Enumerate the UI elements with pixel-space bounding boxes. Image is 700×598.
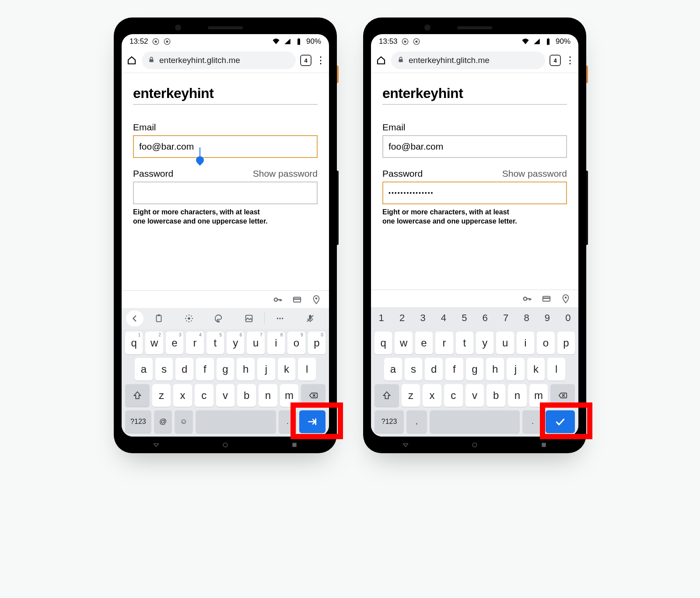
key-m[interactable]: m — [529, 384, 548, 407]
key-w[interactable]: w2 — [145, 332, 163, 354]
key-h[interactable]: h — [237, 358, 255, 381]
tab-count[interactable]: 4 — [300, 55, 312, 66]
key-icon[interactable] — [273, 295, 283, 304]
email-field[interactable] — [133, 135, 318, 158]
email-field[interactable] — [382, 135, 567, 158]
num-6[interactable]: 6 — [475, 307, 495, 329]
key-r[interactable]: r4 — [186, 332, 203, 354]
location-icon[interactable] — [312, 295, 321, 304]
key-x[interactable]: x — [423, 384, 441, 407]
backspace-key[interactable] — [301, 384, 326, 407]
symbols-key[interactable]: ?123 — [125, 410, 151, 433]
key-n[interactable]: n — [259, 384, 277, 407]
mic-icon[interactable] — [296, 314, 325, 323]
key-g[interactable]: g — [466, 358, 484, 381]
key-a[interactable]: a — [384, 358, 402, 381]
url-bar[interactable]: enterkeyhint.glitch.me — [142, 52, 296, 69]
comma-key[interactable]: , — [406, 410, 427, 433]
key-icon[interactable] — [522, 294, 532, 304]
key-i[interactable]: i — [517, 332, 534, 354]
key-i[interactable]: i8 — [267, 332, 285, 354]
key-f[interactable]: f — [196, 358, 214, 381]
key-r[interactable]: r — [435, 332, 453, 354]
num-9[interactable]: 9 — [537, 307, 557, 329]
key-q[interactable]: q — [374, 332, 392, 354]
key-q[interactable]: q1 — [125, 332, 143, 354]
backspace-key[interactable] — [550, 384, 575, 407]
key-e[interactable]: e — [415, 332, 433, 354]
num-0[interactable]: 0 — [558, 307, 578, 329]
key-c[interactable]: c — [195, 384, 214, 407]
key-a[interactable]: a — [135, 358, 153, 381]
key-h[interactable]: h — [486, 358, 504, 381]
url-bar[interactable]: enterkeyhint.glitch.me — [391, 52, 545, 69]
nav-recent-icon[interactable] — [540, 441, 547, 448]
key-o[interactable]: o — [537, 332, 554, 354]
key-m[interactable]: m — [280, 384, 299, 407]
dot-key[interactable]: . — [522, 410, 543, 433]
image-icon[interactable] — [234, 314, 264, 323]
key-p[interactable]: p — [557, 332, 575, 354]
show-password-toggle[interactable]: Show password — [502, 168, 567, 179]
location-icon[interactable] — [561, 294, 570, 304]
toolbar-back-icon[interactable] — [126, 311, 144, 326]
password-field[interactable] — [382, 182, 567, 204]
nav-home-icon[interactable] — [471, 441, 478, 448]
num-8[interactable]: 8 — [516, 307, 537, 329]
key-z[interactable]: z — [402, 384, 420, 407]
space-key[interactable] — [196, 410, 276, 433]
tab-count[interactable]: 4 — [550, 55, 561, 66]
key-c[interactable]: c — [444, 384, 463, 407]
at-key[interactable]: @ — [154, 410, 172, 433]
key-v[interactable]: v — [466, 384, 484, 407]
key-e[interactable]: e3 — [166, 332, 183, 354]
password-field[interactable] — [133, 182, 318, 204]
symbols-key[interactable]: ?123 — [374, 410, 404, 433]
key-s[interactable]: s — [405, 358, 423, 381]
nav-back-icon[interactable] — [153, 441, 160, 448]
key-y[interactable]: y6 — [227, 332, 244, 354]
key-n[interactable]: n — [508, 384, 527, 407]
key-w[interactable]: w — [395, 332, 412, 354]
num-2[interactable]: 2 — [392, 307, 412, 329]
key-u[interactable]: u7 — [247, 332, 264, 354]
key-j[interactable]: j — [507, 358, 525, 381]
num-7[interactable]: 7 — [495, 307, 516, 329]
key-f[interactable]: f — [445, 358, 463, 381]
key-t[interactable]: t5 — [206, 332, 224, 354]
more-icon[interactable] — [266, 314, 295, 323]
emoji-key[interactable]: ☺ — [175, 410, 192, 433]
num-4[interactable]: 4 — [433, 307, 454, 329]
key-v[interactable]: v — [216, 384, 235, 407]
key-d[interactable]: d — [425, 358, 443, 381]
card-icon[interactable] — [292, 295, 302, 304]
key-t[interactable]: t — [456, 332, 473, 354]
key-y[interactable]: y — [476, 332, 494, 354]
num-5[interactable]: 5 — [454, 307, 475, 329]
show-password-toggle[interactable]: Show password — [253, 168, 318, 179]
key-g[interactable]: g — [217, 358, 234, 381]
dot-key[interactable]: . — [279, 410, 297, 433]
key-x[interactable]: x — [173, 384, 192, 407]
enter-key-done[interactable] — [546, 410, 575, 433]
key-z[interactable]: z — [152, 384, 171, 407]
nav-recent-icon[interactable] — [291, 441, 298, 448]
key-d[interactable]: d — [175, 358, 193, 381]
key-l[interactable]: l — [547, 358, 565, 381]
key-b[interactable]: b — [486, 384, 505, 407]
nav-home-icon[interactable] — [222, 441, 229, 448]
card-icon[interactable] — [542, 294, 551, 304]
key-j[interactable]: j — [257, 358, 275, 381]
nav-back-icon[interactable] — [402, 441, 409, 448]
gear-icon[interactable] — [175, 314, 204, 323]
key-s[interactable]: s — [155, 358, 173, 381]
palette-icon[interactable] — [204, 314, 234, 323]
key-k[interactable]: k — [278, 358, 296, 381]
shift-key[interactable] — [374, 384, 399, 407]
key-b[interactable]: b — [237, 384, 256, 407]
enter-key-next[interactable] — [299, 410, 326, 433]
space-key[interactable] — [430, 410, 520, 433]
key-p[interactable]: p0 — [308, 332, 326, 354]
home-icon[interactable] — [375, 55, 387, 66]
key-l[interactable]: l — [298, 358, 316, 381]
